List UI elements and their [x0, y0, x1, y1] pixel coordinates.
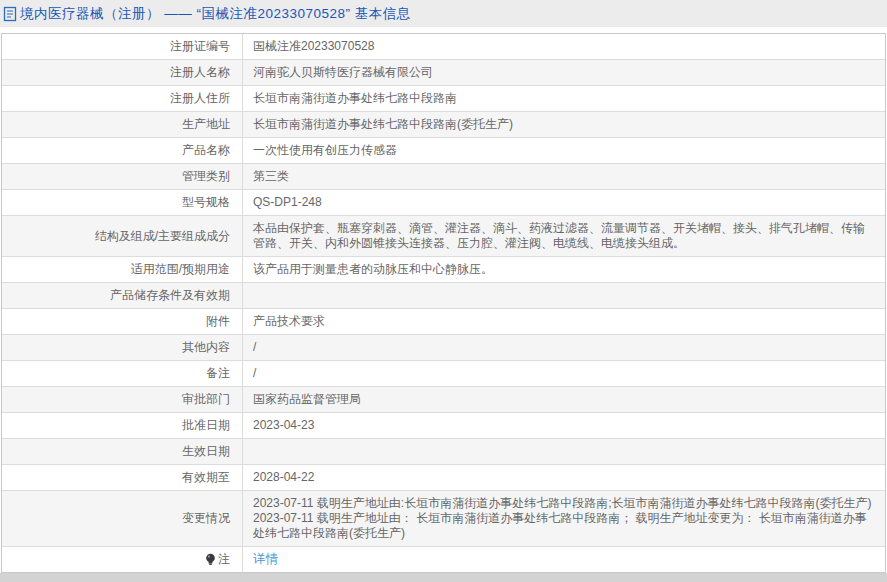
row-label-text: 产品储存条件及有效期	[110, 288, 230, 303]
row-label-text: 结构及组成/主要组成成分	[95, 229, 230, 244]
row-value: 一次性使用有创压力传感器	[242, 138, 885, 163]
row-label-text: 批准日期	[182, 418, 230, 433]
row-value: 国家药品监督管理局	[242, 387, 885, 412]
row-label-text: 有效期至	[182, 470, 230, 485]
row-label-text: 备注	[206, 366, 230, 381]
row-value: 本品由保护套、瓶塞穿刺器、滴管、灌注器、滴斗、药液过滤器、流量调节器、开关堵帽、…	[242, 216, 885, 256]
row-value: 2028-04-22	[242, 465, 885, 490]
row-label: 其他内容	[2, 335, 242, 360]
table-row: 其他内容/	[2, 335, 885, 361]
row-label: 产品名称	[2, 138, 242, 163]
row-label: 批准日期	[2, 413, 242, 438]
table-row: 注册证编号国械注准20233070528	[2, 34, 885, 60]
row-value	[242, 283, 885, 308]
table-row: 审批部门国家药品监督管理局	[2, 387, 885, 413]
row-label: 备注	[2, 361, 242, 386]
table-row: 注详情	[2, 547, 885, 572]
table-row: 生效日期	[2, 439, 885, 465]
table-row: 产品储存条件及有效期	[2, 283, 885, 309]
table-row: 注册人住所长垣市南蒲街道办事处纬七路中段路南	[2, 86, 885, 112]
row-value	[242, 439, 885, 464]
row-value: 第三类	[242, 164, 885, 189]
row-value: QS-DP1-248	[242, 190, 885, 215]
row-value-text: 河南驼人贝斯特医疗器械有限公司	[253, 65, 875, 80]
row-label: 型号规格	[2, 190, 242, 215]
row-value-text: 长垣市南蒲街道办事处纬七路中段路南(委托生产)	[253, 117, 875, 132]
row-value: 产品技术要求	[242, 309, 885, 334]
page: 境内医疗器械（注册） —— “国械注准20233070528” 基本信息 注册证…	[0, 0, 887, 582]
page-title: 境内医疗器械（注册） —— “国械注准20233070528” 基本信息	[20, 5, 411, 23]
row-label: 生产地址	[2, 112, 242, 137]
row-label: 注册人名称	[2, 60, 242, 85]
table-row: 注册人名称河南驼人贝斯特医疗器械有限公司	[2, 60, 885, 86]
row-value-text: 国械注准20233070528	[253, 39, 875, 54]
row-label-text: 附件	[206, 314, 230, 329]
row-value-text: 国家药品监督管理局	[253, 392, 875, 407]
row-value: 2023-04-23	[242, 413, 885, 438]
row-label: 生效日期	[2, 439, 242, 464]
info-table: 注册证编号国械注准20233070528注册人名称河南驼人贝斯特医疗器械有限公司…	[1, 33, 886, 573]
row-label: 变更情况	[2, 491, 242, 546]
row-value-text: 第三类	[253, 169, 875, 184]
row-value-text: 本品由保护套、瓶塞穿刺器、滴管、灌注器、滴斗、药液过滤器、流量调节器、开关堵帽、…	[253, 221, 875, 251]
row-value: 长垣市南蒲街道办事处纬七路中段路南(委托生产)	[242, 112, 885, 137]
row-label-text: 管理类别	[182, 169, 230, 184]
page-bottom-strip	[0, 573, 887, 582]
detail-link[interactable]: 详情	[253, 552, 875, 567]
row-label-text: 注册证编号	[170, 39, 230, 54]
row-label: 管理类别	[2, 164, 242, 189]
header-band: 境内医疗器械（注册） —— “国械注准20233070528” 基本信息	[0, 0, 887, 27]
table-row: 适用范围/预期用途该产品用于测量患者的动脉压和中心静脉压。	[2, 257, 885, 283]
row-label: 注	[2, 547, 242, 572]
row-value: /	[242, 335, 885, 360]
row-label-text: 生产地址	[182, 117, 230, 132]
row-value-text: 长垣市南蒲街道办事处纬七路中段路南	[253, 91, 875, 106]
row-label: 注册证编号	[2, 34, 242, 59]
table-row: 附件产品技术要求	[2, 309, 885, 335]
table-row: 变更情况2023-07-11 载明生产地址由:长垣市南蒲街道办事处纬七路中段路南…	[2, 491, 885, 547]
bulb-icon	[205, 553, 216, 566]
document-icon	[3, 6, 17, 22]
row-label-text: 产品名称	[182, 143, 230, 158]
table-row: 管理类别第三类	[2, 164, 885, 190]
row-value-line: 2023-07-11 载明生产地址由:长垣市南蒲街道办事处纬七路中段路南;长垣市…	[253, 496, 875, 511]
row-label-text: 审批部门	[182, 392, 230, 407]
row-label: 附件	[2, 309, 242, 334]
row-value-text	[253, 288, 875, 303]
row-value: 详情	[242, 547, 885, 572]
table-row: 备注/	[2, 361, 885, 387]
table-row: 结构及组成/主要组成成分本品由保护套、瓶塞穿刺器、滴管、灌注器、滴斗、药液过滤器…	[2, 216, 885, 257]
row-label-text: 注册人名称	[170, 65, 230, 80]
row-label: 适用范围/预期用途	[2, 257, 242, 282]
row-label-text: 生效日期	[182, 444, 230, 459]
row-label-text: 变更情况	[182, 511, 230, 526]
row-label: 有效期至	[2, 465, 242, 490]
row-value: 河南驼人贝斯特医疗器械有限公司	[242, 60, 885, 85]
row-value-text: QS-DP1-248	[253, 195, 875, 210]
row-label-text: 适用范围/预期用途	[131, 262, 230, 277]
row-label-text: 注册人住所	[170, 91, 230, 106]
row-value: 2023-07-11 载明生产地址由:长垣市南蒲街道办事处纬七路中段路南;长垣市…	[242, 491, 885, 546]
row-value-text	[253, 444, 875, 459]
row-value-text: 一次性使用有创压力传感器	[253, 143, 875, 158]
row-value-text: 2028-04-22	[253, 470, 875, 485]
row-value-text: 2023-04-23	[253, 418, 875, 433]
table-row: 生产地址长垣市南蒲街道办事处纬七路中段路南(委托生产)	[2, 112, 885, 138]
row-label: 审批部门	[2, 387, 242, 412]
table-row: 产品名称一次性使用有创压力传感器	[2, 138, 885, 164]
row-value-text: 产品技术要求	[253, 314, 875, 329]
row-label: 产品储存条件及有效期	[2, 283, 242, 308]
row-label-text: 其他内容	[182, 340, 230, 355]
row-value: 该产品用于测量患者的动脉压和中心静脉压。	[242, 257, 885, 282]
table-row: 批准日期2023-04-23	[2, 413, 885, 439]
row-label: 注册人住所	[2, 86, 242, 111]
row-label-text: 型号规格	[182, 195, 230, 210]
row-value-text: /	[253, 340, 875, 355]
row-value-text: /	[253, 366, 875, 381]
row-label: 结构及组成/主要组成成分	[2, 216, 242, 256]
row-value-line: 2023-07-11 载明生产地址由： 长垣市南蒲街道办事处纬七路中段路南； 载…	[253, 511, 875, 541]
row-value-text: 该产品用于测量患者的动脉压和中心静脉压。	[253, 262, 875, 277]
row-value: 国械注准20233070528	[242, 34, 885, 59]
row-value: 长垣市南蒲街道办事处纬七路中段路南	[242, 86, 885, 111]
row-value: /	[242, 361, 885, 386]
